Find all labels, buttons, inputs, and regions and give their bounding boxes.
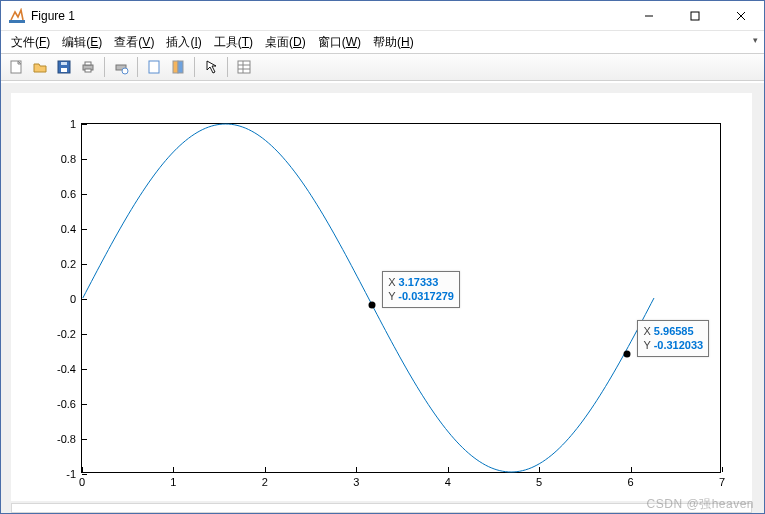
svg-point-14 [122,68,128,74]
xtick-label: 7 [719,472,725,488]
ytick-label: 0 [70,293,82,305]
xtick-label: 3 [353,472,359,488]
datatip-y-label: Y [643,339,650,351]
datatip-y-value: -0.312033 [654,339,704,351]
xtick-label: 0 [79,472,85,488]
svg-rect-9 [61,62,67,65]
new-figure-button[interactable] [5,56,27,78]
datatip-x-label: X [388,276,395,288]
toolbar [1,53,764,81]
colorbar-button[interactable] [167,56,189,78]
menu-view[interactable]: 查看(V) [108,32,160,53]
open-button[interactable] [29,56,51,78]
svg-rect-8 [61,68,67,72]
svg-rect-16 [173,61,178,73]
figure-window: Figure 1 文件(F) 编辑(E) 查看(V) 插入(I) 工具(T) 桌… [0,0,765,514]
datatip-x-value: 5.96585 [654,325,694,337]
svg-rect-18 [238,61,250,73]
toolbar-separator [227,57,228,77]
xtick-label: 4 [445,472,451,488]
close-button[interactable] [718,1,764,30]
ytick-label: 0.2 [61,258,82,270]
xtick-label: 2 [262,472,268,488]
ytick-label: -0.4 [57,363,82,375]
toolbar-separator [194,57,195,77]
toolbar-separator [104,57,105,77]
menu-window[interactable]: 窗口(W) [312,32,367,53]
xtick-label: 5 [536,472,542,488]
maximize-button[interactable] [672,1,718,30]
menu-tools[interactable]: 工具(T) [208,32,259,53]
save-button[interactable] [53,56,75,78]
axes[interactable]: -1-0.8-0.6-0.4-0.200.20.40.60.8101234567… [81,123,721,473]
svg-rect-17 [178,61,183,73]
menu-help[interactable]: 帮助(H) [367,32,420,53]
print-preview-button[interactable] [110,56,132,78]
datatip-y-label: Y [388,290,395,302]
datatip-y-value: -0.0317279 [398,290,454,302]
ytick-label: -0.8 [57,433,82,445]
ytick-label: 0.8 [61,153,82,165]
toolbar-separator [137,57,138,77]
datatip[interactable]: X 5.96585Y -0.312033 [637,320,709,358]
watermark-text: CSDN @强heaven [647,496,754,513]
edit-plot-button[interactable] [200,56,222,78]
xtick-label: 1 [170,472,176,488]
menu-insert[interactable]: 插入(I) [160,32,207,53]
link-plot-button[interactable] [143,56,165,78]
menu-edit[interactable]: 编辑(E) [56,32,108,53]
menubar-overflow-icon[interactable]: ▾ [753,35,758,45]
ytick-label: 1 [70,118,82,130]
matlab-logo-icon [9,8,25,24]
datatip-marker[interactable] [369,301,376,308]
ytick-label: 0.4 [61,223,82,235]
datatip-x-value: 3.17333 [399,276,439,288]
figure-canvas: -1-0.8-0.6-0.4-0.200.20.40.60.8101234567… [1,83,764,513]
window-controls [626,1,764,30]
svg-rect-12 [85,69,91,72]
ytick-label: -0.6 [57,398,82,410]
xtick-label: 6 [628,472,634,488]
svg-rect-11 [85,62,91,65]
menubar: 文件(F) 编辑(E) 查看(V) 插入(I) 工具(T) 桌面(D) 窗口(W… [1,31,764,53]
bottom-strip [11,503,752,513]
menu-desktop[interactable]: 桌面(D) [259,32,312,53]
svg-rect-2 [691,12,699,20]
ytick-label: -0.2 [57,328,82,340]
minimize-button[interactable] [626,1,672,30]
property-inspector-button[interactable] [233,56,255,78]
svg-rect-0 [9,20,25,23]
datatip-x-label: X [643,325,650,337]
axes-container: -1-0.8-0.6-0.4-0.200.20.40.60.8101234567… [11,93,752,501]
menu-file[interactable]: 文件(F) [5,32,56,53]
ytick-label: 0.6 [61,188,82,200]
datatip[interactable]: X 3.17333Y -0.0317279 [382,271,460,309]
datatip-marker[interactable] [624,350,631,357]
window-title: Figure 1 [31,9,626,23]
print-button[interactable] [77,56,99,78]
svg-rect-15 [149,61,159,73]
titlebar: Figure 1 [1,1,764,31]
